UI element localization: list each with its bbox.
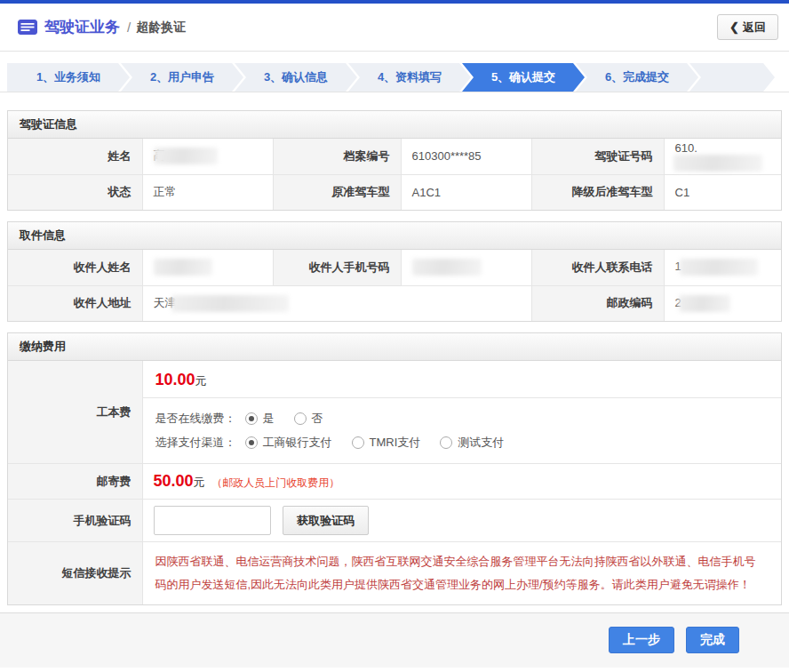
table-row: 邮寄费 50.00元 （邮政人员上门收取费用） <box>8 464 781 500</box>
radio-channel-test[interactable] <box>440 436 452 449</box>
step-5-confirm-submit[interactable]: 5、确认提交 <box>462 63 585 92</box>
recipient-address-value: 天津 <box>142 285 531 321</box>
recipient-name-value <box>142 250 273 285</box>
table-row: 短信接收提示 因陕西省联通、电信运营商技术问题，陕西省互联网交通安全综合服务管理… <box>8 542 781 604</box>
mail-fee-label: 邮寄费 <box>8 464 142 500</box>
chevron-left-icon: ❮ <box>729 21 739 33</box>
fees-section: 缴纳费用 工本费 10.00元 是否在线缴费： 是 否 选择 <box>7 332 782 605</box>
original-type-label: 原准驾车型 <box>273 174 401 210</box>
postcode-value: 2 <box>664 285 781 321</box>
captcha-input[interactable] <box>154 506 271 535</box>
recipient-mobile-value <box>401 250 531 285</box>
license-info-section: 驾驶证信息 姓名 高 档案编号 610300****85 驾驶证号码 610. … <box>7 110 782 211</box>
postcode-label: 邮政编码 <box>531 285 664 321</box>
redaction-blur <box>154 259 212 276</box>
channel-icbc-label[interactable]: 工商银行支付 <box>263 435 332 451</box>
sms-notice-text: 因陕西省联通、电信运营商技术问题，陕西省互联网交通安全综合服务管理平台无法向持陕… <box>155 550 768 596</box>
breadcrumb-separator: / <box>127 20 131 35</box>
license-number-label: 驾驶证号码 <box>531 139 664 174</box>
footer-action-bar: 上一步 完成 <box>0 612 789 668</box>
step-3-confirm-info[interactable]: 3、确认信息 <box>235 63 357 92</box>
recipient-phone-label: 收件人联系电话 <box>531 250 664 285</box>
redaction-blur <box>412 259 482 276</box>
pickup-section-title: 取件信息 <box>8 222 781 250</box>
get-captcha-button[interactable]: 获取验证码 <box>283 506 369 535</box>
step-wizard: 1、业务须知 2、用户申告 3、确认信息 4、资料填写 5、确认提交 6、完成提… <box>0 52 789 92</box>
radio-online-yes[interactable] <box>245 412 258 425</box>
table-row: 状态 正常 原准驾车型 A1C1 降级后准驾车型 C1 <box>8 174 781 210</box>
table-row: 姓名 高 档案编号 610300****85 驾驶证号码 610. <box>8 139 781 174</box>
online-pay-caption: 是否在线缴费： <box>155 411 236 427</box>
name-label: 姓名 <box>8 139 142 174</box>
pay-channel-caption: 选择支付渠道： <box>155 435 236 451</box>
table-row: 工本费 10.00元 是否在线缴费： 是 否 选择支付渠道： <box>8 361 781 464</box>
downgraded-type-label: 降级后准驾车型 <box>531 174 664 210</box>
mail-fee-value: 50.00元 （邮政人员上门收取费用） <box>142 464 781 500</box>
sms-notice-label: 短信接收提示 <box>8 542 142 604</box>
step-filler <box>689 63 775 92</box>
work-fee-amount: 10.00 <box>155 371 195 388</box>
finish-button[interactable]: 完成 <box>686 627 739 653</box>
name-value: 高 <box>142 139 273 174</box>
original-type-value: A1C1 <box>401 174 531 210</box>
yuan-unit: 元 <box>195 374 207 388</box>
license-business-icon <box>18 20 37 35</box>
back-button[interactable]: ❮ 返回 <box>717 14 778 40</box>
previous-step-button[interactable]: 上一步 <box>609 627 674 653</box>
work-fee-label: 工本费 <box>8 361 142 464</box>
status-label: 状态 <box>8 174 142 210</box>
page-header: 驾驶证业务 / 超龄换证 ❮ 返回 <box>0 4 789 52</box>
table-row: 收件人姓名 收件人手机号码 收件人联系电话 1 <box>8 250 781 285</box>
mail-fee-amount: 50.00 <box>154 472 194 490</box>
redaction-blur <box>680 259 758 276</box>
step-6-complete[interactable]: 6、完成提交 <box>576 63 698 92</box>
mail-fee-note: （邮政人员上门收取费用） <box>211 476 339 489</box>
table-row: 手机验证码 获取验证码 <box>8 500 781 542</box>
redaction-blur <box>171 295 289 312</box>
channel-tmri-label[interactable]: TMRI支付 <box>370 435 421 451</box>
online-yes-label[interactable]: 是 <box>263 411 275 427</box>
status-value: 正常 <box>142 174 273 210</box>
fees-section-title: 缴纳费用 <box>8 333 781 361</box>
pickup-info-section: 取件信息 收件人姓名 收件人手机号码 收件人联系电话 1 收件人地址 天津 邮政… <box>7 221 782 322</box>
step-2-declaration[interactable]: 2、用户申告 <box>121 63 243 92</box>
recipient-name-label: 收件人姓名 <box>8 250 142 285</box>
file-number-label: 档案编号 <box>273 139 401 174</box>
license-section-title: 驾驶证信息 <box>8 111 781 139</box>
redaction-blur <box>154 148 218 164</box>
page-title: 驾驶证业务 <box>44 17 120 37</box>
breadcrumb-current: 超龄换证 <box>136 20 186 36</box>
table-row: 收件人地址 天津 邮政编码 2 <box>8 285 781 321</box>
recipient-mobile-label: 收件人手机号码 <box>273 250 401 285</box>
online-no-label[interactable]: 否 <box>312 411 323 427</box>
redaction-blur <box>673 155 762 172</box>
recipient-address-label: 收件人地址 <box>8 285 142 321</box>
radio-channel-tmri[interactable] <box>352 436 364 449</box>
yuan-unit: 元 <box>194 476 205 489</box>
radio-online-no[interactable] <box>294 412 307 425</box>
captcha-label: 手机验证码 <box>8 500 142 542</box>
downgraded-type-value: C1 <box>664 174 781 210</box>
radio-channel-icbc[interactable] <box>245 436 258 449</box>
back-button-label: 返回 <box>743 20 766 36</box>
step-4-fill-data[interactable]: 4、资料填写 <box>348 63 471 92</box>
recipient-phone-value: 1 <box>664 250 781 285</box>
file-number-value: 610300****85 <box>401 139 531 174</box>
step-1-notice[interactable]: 1、业务须知 <box>7 63 130 92</box>
redaction-blur <box>679 295 730 312</box>
channel-test-label[interactable]: 测试支付 <box>458 435 504 451</box>
license-number-value: 610. <box>664 139 781 174</box>
